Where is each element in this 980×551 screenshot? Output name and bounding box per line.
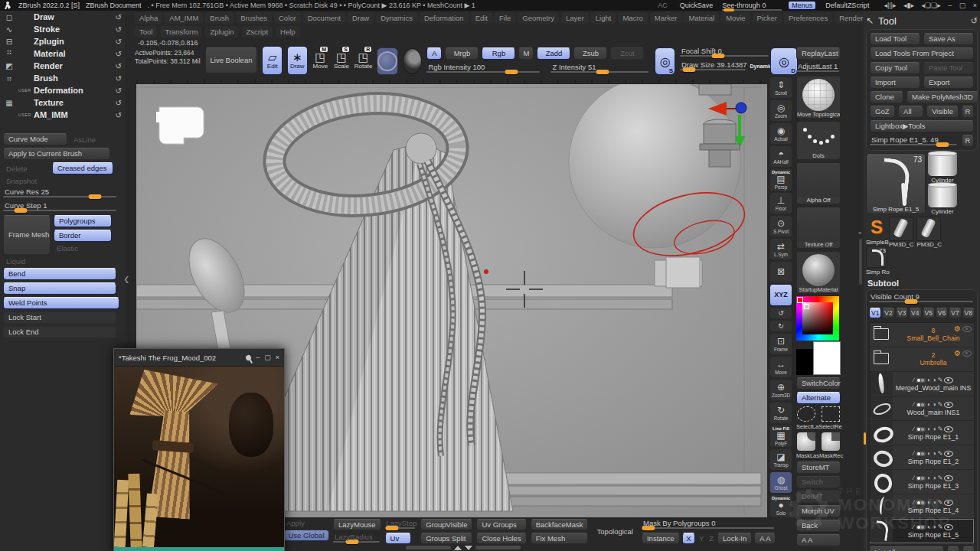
copy-tool-button[interactable]: Copy Tool <box>870 62 920 74</box>
curve-step-slider[interactable]: Curve Step 1 <box>3 201 118 213</box>
menu-item[interactable]: Document <box>303 12 345 24</box>
clone-button[interactable]: Clone <box>870 91 903 103</box>
nav-button[interactable]: Line Fill ▦ PolyF <box>769 425 792 448</box>
subtool-item[interactable]: ∕ ◐ ◑ ✎ Simp Rope E1_1 <box>870 421 974 445</box>
simp-rope-tool-thumbnail[interactable]: 73 <box>866 246 887 268</box>
select-rect-icon[interactable] <box>822 406 840 422</box>
paint-mode-button[interactable]: M <box>518 47 534 60</box>
active-tool-thumbnail[interactable]: 73 Simp Rope E1_5 <box>866 153 926 214</box>
quicksave-button[interactable]: QuickSave <box>677 2 717 9</box>
current-stroke-tile[interactable]: Dots <box>796 121 841 160</box>
select-lasso-icon[interactable] <box>797 406 815 422</box>
quick-column-scrollbar[interactable] <box>859 239 862 285</box>
border-button[interactable]: Border <box>54 230 112 242</box>
mode-button[interactable]: ∗ Draw <box>287 46 308 75</box>
load-tools-from-project-button[interactable]: Load Tools From Project <box>870 47 974 60</box>
alternate-button[interactable]: Alternate <box>796 392 841 404</box>
menu-item[interactable]: Color <box>274 12 301 24</box>
bend-button[interactable]: Bend <box>3 268 116 280</box>
pin-icon[interactable] <box>245 354 253 361</box>
z-axis-button[interactable]: Z <box>707 534 715 543</box>
menu-item[interactable]: Dynamics <box>376 12 417 24</box>
elastic-button[interactable]: Elastic <box>54 244 112 253</box>
menu-item[interactable]: Brushes <box>236 12 272 24</box>
menu-item[interactable]: Geometry <box>518 12 559 24</box>
dynamic-label[interactable]: Dynamic <box>750 64 773 69</box>
menu-item[interactable]: Alpha <box>135 12 162 24</box>
palette-row[interactable]: ⠶ Brush ↺ <box>0 72 125 84</box>
polypaint-toggle[interactable] <box>916 452 926 456</box>
document-settings-button[interactable]: ◎D <box>770 47 798 75</box>
menu-item[interactable]: Edit <box>471 12 492 24</box>
main-color-swatch[interactable] <box>813 341 841 375</box>
cylinder-tool-thumbnail[interactable] <box>928 153 957 176</box>
asline-button[interactable]: AsLine <box>70 135 99 144</box>
spring-icon[interactable]: ↺ <box>116 25 122 34</box>
close-button[interactable]: × <box>973 2 977 9</box>
half-icon2[interactable]: ◑ <box>933 450 936 457</box>
paste-tool-button[interactable]: Paste Tool <box>923 62 974 74</box>
polypaint-toggle[interactable] <box>916 403 926 407</box>
subtool-scroll-indicator[interactable] <box>864 432 866 445</box>
lazymouse-button[interactable]: LazyMouse <box>333 519 381 530</box>
edit-pencil-icon[interactable]: ✎ <box>938 401 943 408</box>
polygroups-button[interactable]: Polygroups <box>54 215 112 227</box>
menu-item[interactable]: File <box>495 12 515 24</box>
fix-mesh-button[interactable]: Fix Mesh <box>531 533 589 544</box>
lock-start-button[interactable]: Lock Start <box>3 311 116 324</box>
palette-cycle-icon[interactable]: ◂❏❏▸ <box>921 2 940 9</box>
menu-item[interactable]: Marker <box>650 12 682 24</box>
subtool-item[interactable]: ∕ ◐ ◑ ✎ Simp Rope E1_2 <box>870 445 974 470</box>
layout-icon[interactable]: ◂▮▸ <box>903 2 914 9</box>
switch-color-button[interactable]: SwitchColor <box>796 377 841 390</box>
export-button[interactable]: Export <box>923 77 974 89</box>
nav-button[interactable]: ⊠ <box>769 261 792 283</box>
instance-button[interactable]: Instance <box>642 533 680 544</box>
modifier-icon[interactable]: ∕ <box>913 450 914 457</box>
subtool-tab[interactable]: V6 <box>936 308 948 318</box>
pm3d-tool-thumbnail[interactable] <box>916 217 941 241</box>
visible-count-slider[interactable]: Visible Count 9 <box>869 292 975 304</box>
nav-button[interactable]: ◪ Transp <box>769 448 792 471</box>
subtool-item[interactable]: ∕ ◐ ◑ ✎ Wood_main INS1 <box>870 396 974 421</box>
lock-in-button[interactable]: Lock-In <box>717 533 752 544</box>
active-tool-slider[interactable]: Simp Rope E1_5. 49 <box>870 135 959 147</box>
spring-icon[interactable]: ↺ <box>116 13 122 21</box>
paint-mode-button[interactable]: A <box>426 47 442 60</box>
half-icon2[interactable]: ◑ <box>933 425 936 432</box>
backface-mask-button[interactable]: BackfaceMask <box>531 519 589 530</box>
stroke-settings-button[interactable]: ◎S <box>655 47 675 75</box>
subtool-tab[interactable]: V8 <box>962 308 975 318</box>
eye-icon[interactable] <box>944 377 953 383</box>
curve-res-slider[interactable]: Curve Res 25 <box>3 187 118 199</box>
menu-item[interactable]: Zplugin <box>205 26 238 37</box>
menu-item[interactable]: Help <box>276 26 300 37</box>
nav-button[interactable]: ⊥ Floor <box>769 192 792 214</box>
spring-icon[interactable]: ↺ <box>971 16 978 26</box>
half-icon[interactable]: ◐ <box>927 425 931 432</box>
panel-collapse-arrow[interactable]: ❮ <box>123 276 129 283</box>
mask-by-polygroups-slider[interactable]: Mask By Polygroups 0 <box>642 519 776 530</box>
half-icon2[interactable]: ◑ <box>933 401 936 408</box>
subtool-thumbnail[interactable] <box>870 396 893 419</box>
lightbox-tools-button[interactable]: Lightbox▶Tools <box>870 120 974 132</box>
palette-row[interactable]: USER AM_IMM ↺ <box>0 109 125 121</box>
half-icon[interactable]: ◐ <box>927 450 931 457</box>
make-polymesh3d-button[interactable]: Make PolyMesh3D <box>906 91 978 103</box>
reference-window-titlebar[interactable]: *Takeshi The Frog_Mood_002 – ▢ × <box>114 349 284 367</box>
tool-r-button[interactable]: R <box>962 135 974 147</box>
group-visible-button[interactable]: GroupVisible <box>420 519 472 530</box>
menu-item[interactable]: Transform <box>160 26 202 37</box>
maximize-icon[interactable]: ▢ <box>264 354 271 361</box>
apply-button[interactable]: Apply <box>283 519 329 527</box>
restore-button[interactable]: ▢ <box>959 2 966 9</box>
simpleb-tool-thumbnail[interactable]: S <box>866 217 887 238</box>
palette-row[interactable]: ▦ Texture ↺ <box>0 96 125 109</box>
sculptris-sphere-toggle[interactable] <box>377 47 398 75</box>
focal-shift-slider[interactable]: Focal Shift 0 <box>680 47 770 58</box>
subtool-tab[interactable]: V1 <box>869 308 881 318</box>
import-button[interactable]: Import <box>870 77 920 89</box>
menu-item[interactable]: Light <box>591 12 616 24</box>
menu-item[interactable]: Tool <box>135 26 157 37</box>
menu-item[interactable]: Preferences <box>784 12 832 24</box>
